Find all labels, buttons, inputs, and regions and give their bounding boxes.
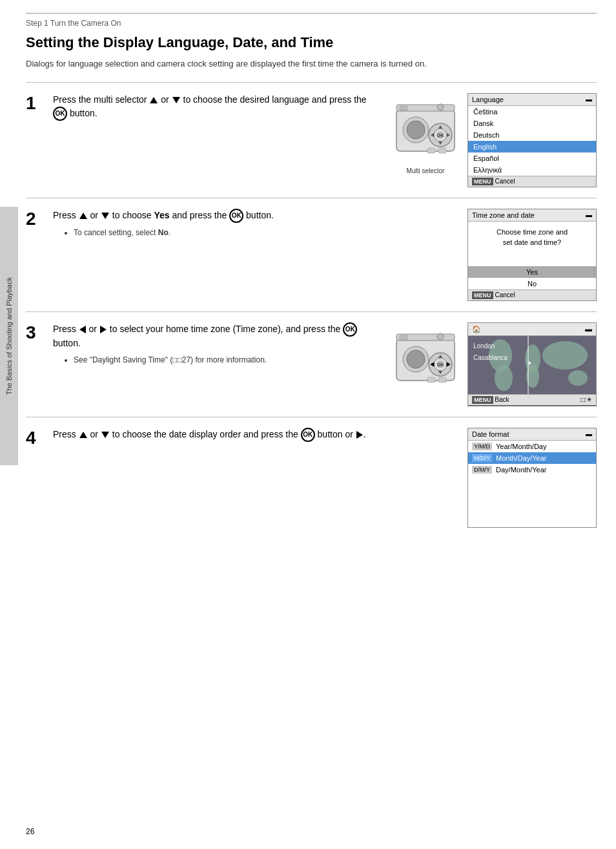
- step-3-camera-diagram: OK: [390, 322, 461, 395]
- map-content: London Casablanca: [468, 336, 596, 394]
- multi-selector-label: Multi selector: [390, 167, 461, 174]
- step-1-camera-diagram: OK Multi selector: [390, 93, 461, 174]
- step-2-number: 2: [26, 210, 45, 228]
- lang-item-0: Čeština: [468, 106, 596, 118]
- svg-rect-30: [427, 377, 435, 383]
- step-1-images: OK Multi selector Language ▬ Čeština Dan…: [390, 93, 597, 187]
- step-2-images: Time zone and date ▬ Choose time zone an…: [467, 209, 597, 301]
- svg-point-2: [407, 121, 425, 139]
- date-screen-title: Date format ▬: [468, 428, 596, 441]
- lang-item-1: Dansk: [468, 118, 596, 129]
- step-3-number: 3: [26, 324, 45, 342]
- step-3-images: OK 🏠 ▬: [390, 322, 597, 406]
- map-title-bar: 🏠 ▬: [468, 323, 596, 336]
- ok-button-icon: OK: [53, 107, 67, 121]
- map-menu-label: MENU: [472, 396, 493, 404]
- step-2-screen-title: Time zone and date ▬: [468, 209, 596, 222]
- lang-item-5: Ελληνικά: [468, 164, 596, 176]
- screen-icon-right: ▬: [586, 96, 592, 103]
- date-row-2: D/M/Y Day/Month/Year: [468, 464, 596, 476]
- map-city-casablanca: Casablanca: [473, 354, 508, 361]
- svg-point-38: [568, 370, 588, 386]
- step3-tri-left-icon: [79, 326, 86, 333]
- step4-tri-up-icon: [79, 432, 87, 438]
- svg-text:OK: OK: [437, 362, 444, 367]
- step-2-row: 2 Press or to choose Yes and press the O…: [26, 198, 597, 312]
- svg-rect-14: [427, 148, 435, 153]
- date-code-1: M/D/Y: [472, 454, 492, 462]
- svg-point-5: [437, 104, 444, 110]
- step-2-text: Press or to choose Yes and press the OK …: [53, 209, 460, 238]
- step-2-footer: MENU Cancel: [468, 289, 596, 300]
- date-code-0: Y/M/D: [472, 443, 492, 450]
- svg-point-21: [437, 333, 444, 340]
- step-1-text: Press the multi selector or to choose th…: [53, 93, 382, 125]
- step-2-no: No: [468, 278, 596, 289]
- step2-bullet: To cancel setting, select No.: [74, 227, 460, 238]
- step3-bullet: See "Daylight Saving Time" (□□27) for mo…: [74, 354, 382, 366]
- svg-rect-20: [400, 335, 407, 340]
- step-2-center-text: Choose time zone andset date and time?: [468, 222, 596, 253]
- step-4-images: Date format ▬ Y/M/D Year/Month/Day M/D/Y…: [467, 428, 597, 528]
- map-icon-right: ▬: [585, 325, 592, 333]
- step4-ok-icon: OK: [301, 428, 315, 442]
- lang-item-4: Español: [468, 152, 596, 164]
- step-1-row: 1 Press the multi selector or to choose …: [26, 83, 597, 198]
- lang-item-3: English: [468, 141, 596, 152]
- step-3-map-screen: 🏠 ▬: [467, 322, 597, 406]
- map-footer: MENU Back □:☀: [468, 394, 596, 405]
- step-2-yes: Yes: [468, 266, 596, 278]
- step-3-text: Press or to select your home time zone (…: [53, 322, 382, 366]
- step-1-screen: Language ▬ Čeština Dansk Deutsch English…: [467, 93, 597, 187]
- sidebar-label: The Basics of Shooting and Playback: [0, 207, 18, 465]
- svg-rect-4: [400, 106, 407, 110]
- date-screen-spacer: [468, 476, 596, 527]
- svg-rect-31: [438, 377, 446, 383]
- step-4-number: 4: [26, 429, 45, 447]
- camera-svg: OK: [390, 93, 461, 164]
- step4-tri-right-icon: [356, 431, 363, 439]
- step-4-text: Press or to choose the date display orde…: [53, 428, 460, 446]
- date-screen-icon: ▬: [586, 430, 592, 437]
- map-city-london: London: [473, 342, 495, 350]
- step-4-row: 4 Press or to choose the date display or…: [26, 417, 597, 538]
- triangle-up-icon: [150, 97, 158, 103]
- date-label-0: Year/Month/Day: [496, 443, 546, 450]
- step2-tri-down-icon: [101, 213, 109, 219]
- step2-menu-label: MENU: [472, 291, 493, 299]
- screen-spacer: [468, 253, 596, 266]
- date-label-1: Month/Day/Year: [496, 454, 546, 462]
- step-2-screen: Time zone and date ▬ Choose time zone an…: [467, 209, 597, 301]
- svg-point-36: [495, 365, 513, 391]
- page-title: Setting the Display Language, Date, and …: [26, 34, 597, 51]
- date-row-1: M/D/Y Month/Day/Year: [468, 452, 596, 464]
- step4-tri-down-icon: [101, 432, 109, 438]
- triangle-down-icon: [172, 97, 180, 103]
- menu-label: MENU: [472, 178, 493, 185]
- step2-tri-up-icon: [79, 213, 87, 219]
- step-1-number: 1: [26, 94, 45, 112]
- svg-point-18: [407, 350, 425, 368]
- step2-screen-icon: ▬: [586, 211, 592, 218]
- step2-ok-icon: OK: [229, 209, 243, 223]
- svg-point-37: [542, 341, 588, 370]
- date-row-0: Y/M/D Year/Month/Day: [468, 441, 596, 452]
- step3-tri-right-icon: [100, 326, 107, 333]
- intro-text: Dialogs for language selection and camer…: [26, 58, 597, 70]
- screen-title-bar: Language ▬: [468, 94, 596, 106]
- date-code-2: D/M/Y: [472, 466, 492, 474]
- map-home-icon: 🏠: [472, 325, 481, 333]
- svg-text:OK: OK: [437, 133, 444, 138]
- svg-rect-15: [438, 148, 446, 153]
- lang-item-2: Deutsch: [468, 129, 596, 141]
- map-footer-right-icon: □:☀: [580, 396, 592, 404]
- date-label-2: Day/Month/Year: [496, 466, 546, 474]
- step-header: Step 1 Turn the Camera On: [26, 13, 597, 28]
- step-3-row: 3 Press or to select your home time zone…: [26, 312, 597, 417]
- screen-footer: MENU Cancel: [468, 176, 596, 187]
- page-number: 26: [26, 827, 34, 836]
- step-4-date-screen: Date format ▬ Y/M/D Year/Month/Day M/D/Y…: [467, 428, 597, 528]
- camera-svg-3: OK: [390, 322, 461, 393]
- step3-ok-icon: OK: [343, 322, 357, 337]
